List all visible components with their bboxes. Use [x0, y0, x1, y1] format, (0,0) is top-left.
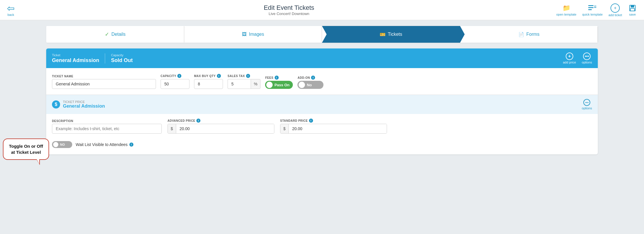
ticket-name-input[interactable] [52, 79, 156, 89]
main-content: Ticket General Admission Capacity Sold O… [46, 48, 598, 159]
advanced-price-label: ADVANCED PRICE i [167, 119, 274, 123]
price-form: DESCRIPTION ADVANCED PRICE i $ [46, 114, 598, 154]
svg-rect-4 [594, 7, 596, 8]
capacity-group: CAPACITY i [161, 74, 189, 89]
ticket-header-actions: + add price ••• options [563, 53, 592, 64]
standard-price-label: STANDARD PRICE i [280, 119, 387, 123]
page-title: Edit Event Tickets [22, 4, 556, 12]
back-button[interactable]: ⇦ back [7, 4, 15, 16]
price-options-button[interactable]: ••• options [582, 99, 592, 110]
price-inputs-row: DESCRIPTION ADVANCED PRICE i $ [52, 119, 592, 134]
advanced-price-input[interactable] [176, 124, 274, 133]
standard-price-group: STANDARD PRICE i $ [280, 119, 387, 134]
svg-rect-1 [588, 7, 593, 8]
quick-template-icon [588, 4, 597, 12]
back-label: back [8, 13, 14, 16]
addon-group: ADD-ON i No [297, 76, 323, 89]
step-forms-label: Forms [526, 32, 539, 37]
step-forms[interactable]: 📄 Forms [460, 26, 598, 43]
add-ticket-button[interactable]: + add ticket [608, 3, 622, 17]
capacity-value: Sold Out [111, 57, 133, 63]
header-actions: 📁 open template quick template + a [556, 3, 637, 17]
svg-rect-3 [594, 6, 596, 6]
addon-toggle[interactable]: No [297, 81, 323, 89]
fees-toggle[interactable]: Pass On [265, 81, 293, 89]
svg-rect-6 [631, 5, 634, 8]
ticket-name-label: TICKET NAME [52, 75, 156, 78]
addon-info-icon[interactable]: i [311, 76, 315, 80]
images-icon: 🖼 [242, 32, 247, 37]
fees-group: FEES i Pass On [265, 76, 293, 89]
top-header: ⇦ back Edit Event Tickets Live Concert! … [0, 0, 644, 20]
add-price-label: add price [563, 61, 576, 64]
fees-toggle-knob [266, 82, 273, 88]
fees-info-icon[interactable]: i [275, 76, 279, 80]
price-section-info: Ticket Price General Admission [63, 100, 105, 109]
sales-tax-group: SALES TAX i % [228, 74, 260, 89]
back-arrow-icon: ⇦ [7, 4, 15, 13]
ticket-form: TICKET NAME CAPACITY i MAX BUY QTY [46, 68, 598, 95]
description-label: DESCRIPTION [52, 119, 162, 123]
capacity-input[interactable] [161, 79, 189, 89]
price-options-label: options [582, 106, 592, 110]
description-input[interactable] [52, 124, 162, 134]
advanced-dollar-symbol: $ [168, 124, 176, 133]
tax-input-group: % [228, 79, 260, 89]
waitlist-toggle[interactable]: NO [52, 141, 72, 148]
description-group: DESCRIPTION [52, 119, 162, 134]
ticket-name-value: General Admission [52, 57, 99, 63]
waitlist-label: Wait List Visible to Attendees i [76, 142, 133, 147]
ticket-card-header: Ticket General Admission Capacity Sold O… [46, 48, 598, 68]
max-buy-input[interactable] [194, 79, 223, 89]
ticket-options-icon: ••• [583, 53, 591, 60]
event-subtitle: Live Concert! Downtown [22, 12, 556, 16]
tooltip-text: Toggle On or Off at Ticket Level [9, 144, 43, 155]
add-price-button[interactable]: + add price [563, 53, 576, 64]
step-images[interactable]: 🖼 Images [184, 26, 322, 43]
open-template-label: open template [556, 13, 576, 16]
standard-price-input[interactable] [289, 124, 387, 133]
step-details[interactable]: ✓ Details [46, 26, 184, 43]
quick-template-button[interactable]: quick template [582, 4, 603, 16]
standard-dollar-symbol: $ [280, 124, 289, 133]
max-buy-group: MAX BUY QTY i [194, 74, 223, 89]
sales-tax-input[interactable] [228, 79, 251, 89]
ticket-options-button[interactable]: ••• options [582, 53, 592, 64]
forms-icon: 📄 [518, 32, 524, 37]
save-icon [628, 4, 637, 12]
open-template-button[interactable]: 📁 open template [556, 4, 576, 16]
save-label: save [629, 13, 636, 16]
price-section-label: Ticket Price [63, 100, 105, 104]
waitlist-toggle-label: NO [60, 143, 65, 146]
quick-template-label: quick template [582, 13, 603, 16]
waitlist-row: NO Wait List Visible to Attendees i [52, 138, 592, 150]
ticket-name-group: TICKET NAME [52, 75, 156, 89]
details-icon: ✓ [105, 31, 109, 38]
dollar-icon: $ [52, 100, 60, 108]
capacity-label: Capacity [111, 53, 133, 57]
advanced-price-group: ADVANCED PRICE i $ [167, 119, 274, 134]
sales-tax-info-icon[interactable]: i [246, 74, 250, 78]
step-images-label: Images [249, 32, 264, 37]
header-center: Edit Event Tickets Live Concert! Downtow… [22, 4, 556, 16]
add-ticket-icon: + [611, 3, 620, 13]
ticket-header-info: Ticket General Admission Capacity Sold O… [52, 53, 138, 63]
add-price-icon: + [566, 53, 573, 60]
waitlist-knob [53, 142, 58, 147]
ticket-name-section: Ticket General Admission [52, 53, 105, 63]
save-button[interactable]: save [628, 4, 637, 16]
capacity-form-label: CAPACITY i [161, 74, 189, 78]
max-buy-info-icon[interactable]: i [217, 74, 221, 78]
capacity-info-icon[interactable]: i [177, 74, 181, 78]
tickets-icon: 🎫 [380, 32, 386, 37]
step-tickets[interactable]: 🎫 Tickets [322, 26, 460, 43]
waitlist-info-icon[interactable]: i [129, 143, 133, 147]
advanced-price-info-icon[interactable]: i [196, 119, 200, 123]
standard-price-info-icon[interactable]: i [309, 119, 313, 123]
price-options-icon: ••• [583, 99, 590, 106]
ticket-label: Ticket [52, 53, 99, 57]
price-section-value: General Admission [63, 104, 105, 109]
add-ticket-label: add ticket [608, 13, 622, 17]
fees-label: FEES i [265, 76, 293, 80]
svg-rect-0 [588, 5, 593, 6]
